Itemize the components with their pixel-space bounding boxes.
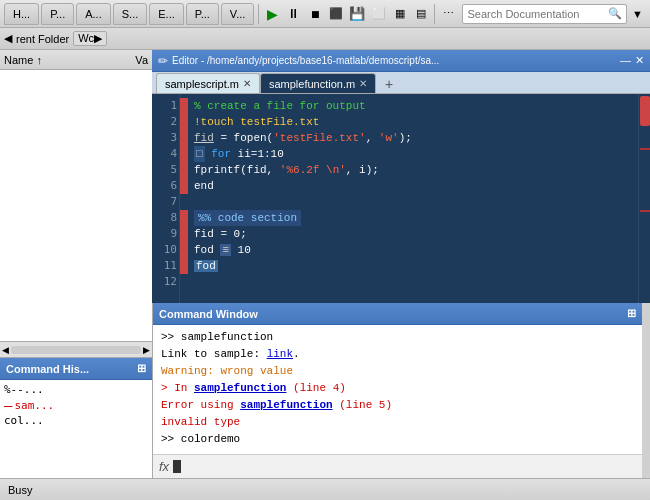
- editor-title-area: ✏ Editor - /home/andy/projects/base16-ma…: [158, 54, 439, 68]
- code-line-9: fid = 0;: [194, 226, 632, 242]
- cmd-link-dot: .: [293, 348, 300, 360]
- cmd-error-using: Error using: [161, 399, 240, 411]
- toolbar-btn-7[interactable]: ▤: [411, 3, 430, 25]
- cmd-link[interactable]: link: [267, 348, 293, 360]
- editor-scroll-marker-1: [640, 148, 650, 150]
- command-window: Command Window ⊞ >> samplefunction Link …: [152, 303, 642, 478]
- line-num-6: 6: [154, 178, 177, 194]
- toolbar-btn-6[interactable]: ▦: [390, 3, 409, 25]
- change-markers: [180, 94, 188, 303]
- scroll-left-icon[interactable]: ◀: [2, 345, 9, 355]
- code-line-7: [194, 194, 632, 210]
- status-bar: Busy: [0, 478, 650, 500]
- toolbar-separator: [258, 4, 259, 24]
- code-line-8: %% code section: [194, 210, 632, 226]
- status-text: Busy: [8, 484, 32, 496]
- cmd-line-5: invalid type: [161, 414, 634, 431]
- cmd-hist-item-text: sam...: [14, 399, 54, 412]
- line-num-9: 9: [154, 226, 177, 242]
- toolbar-tab-h[interactable]: H...: [4, 3, 39, 25]
- command-window-area: Command Window ⊞ >> samplefunction Link …: [152, 303, 650, 478]
- editor-close-icon[interactable]: ✕: [635, 54, 644, 67]
- tab-samplefunction-label: samplefunction.m: [269, 78, 355, 90]
- code-line-4: □ for ii=1:10: [194, 146, 632, 162]
- line-num-11: 11: [154, 258, 177, 274]
- toolbar-tab-a[interactable]: A...: [76, 3, 111, 25]
- cmd-line-3: > In samplefunction (line 4): [161, 380, 634, 397]
- code-line-1: % create a file for output: [194, 98, 632, 114]
- cmd-error-line4: (line 4): [286, 382, 345, 394]
- editor-scrollbar[interactable]: [638, 94, 650, 303]
- play-button[interactable]: ▶: [263, 3, 282, 25]
- toolbar-tab-p2[interactable]: P...: [186, 3, 219, 25]
- editor-body: 1 2 3 4 5 6 7 8 9 10 11 12: [152, 94, 650, 303]
- toolbar-btn-1[interactable]: ⏸: [284, 3, 303, 25]
- code-line-12: [194, 274, 632, 290]
- cmd-error-in: > In: [161, 382, 194, 394]
- line-num-4: 4: [154, 146, 177, 162]
- editor-scroll-marker-2: [640, 210, 650, 212]
- editor-tab-samplefunction[interactable]: samplefunction.m ✕: [260, 73, 376, 93]
- cmd-line-4: Error using samplefunction (line 5): [161, 397, 634, 414]
- scroll-right-icon[interactable]: ▶: [143, 345, 150, 355]
- toolbar-btn-4[interactable]: 💾: [348, 3, 367, 25]
- code-line-10: fod ≡ 10: [194, 242, 632, 258]
- tab-samplescript-label: samplescript.m: [165, 78, 239, 90]
- line-num-7: 7: [154, 194, 177, 210]
- code-line-5: fprintf(fid, '%6.2f \n', i);: [194, 162, 632, 178]
- cmd-prompt-1: >> colordemo: [161, 433, 240, 445]
- code-area[interactable]: % create a file for output !touch testFi…: [188, 94, 638, 303]
- file-list: [0, 70, 152, 341]
- cmd-error-line5: (line 5): [333, 399, 392, 411]
- code-line-2: !touch testFile.txt: [194, 114, 632, 130]
- toolbar-btn-3[interactable]: ⬛: [327, 3, 346, 25]
- editor-tabs: samplescript.m ✕ samplefunction.m ✕ +: [152, 72, 650, 94]
- toolbar-btn-5[interactable]: ⬜: [369, 3, 388, 25]
- nav-wc-label[interactable]: Wc▶: [73, 31, 107, 46]
- cmd-fn-link-2[interactable]: samplefunction: [240, 399, 332, 411]
- toolbar-btn-8[interactable]: ⋯: [439, 3, 458, 25]
- tab-add-button[interactable]: +: [380, 75, 398, 93]
- toolbar-tab-p1[interactable]: P...: [41, 3, 74, 25]
- toolbar-tab-e[interactable]: E...: [149, 3, 184, 25]
- editor-window-controls: — ✕: [620, 54, 644, 67]
- search-input[interactable]: [467, 8, 607, 20]
- line-num-8: 8: [154, 210, 177, 226]
- cmd-history-expand-icon[interactable]: ⊞: [137, 362, 146, 375]
- toolbar-btn-2[interactable]: ⏹: [306, 3, 325, 25]
- cmd-hist-item-2[interactable]: col...: [4, 413, 148, 428]
- fx-label: fx: [159, 459, 169, 474]
- col-value: Va: [135, 54, 148, 66]
- cmd-line-2: Warning: wrong value: [161, 363, 634, 380]
- editor-scroll-thumb[interactable]: [640, 96, 650, 126]
- code-line-11: fod: [194, 258, 632, 274]
- editor-tab-samplescript[interactable]: samplescript.m ✕: [156, 73, 260, 93]
- current-folder-label: rent Folder: [16, 33, 69, 45]
- file-list-header: Name ↑ Va: [0, 50, 152, 70]
- tab-samplescript-close[interactable]: ✕: [243, 78, 251, 89]
- main-area: Name ↑ Va ◀ ▶ Command His... ⊞ %--... — …: [0, 50, 650, 478]
- file-scrollbar[interactable]: ◀ ▶: [0, 341, 152, 357]
- file-browser: Name ↑ Va ◀ ▶: [0, 50, 152, 358]
- cmd-hist-item-1[interactable]: — sam...: [4, 397, 148, 413]
- cmd-error-type: invalid type: [161, 416, 240, 428]
- cmd-history-title-bar: Command His... ⊞: [0, 358, 152, 380]
- nav-arrow-left[interactable]: ◀: [4, 32, 12, 45]
- line-num-1: 1: [154, 98, 177, 114]
- cmd-fn-link-1[interactable]: samplefunction: [194, 382, 286, 394]
- cmd-line-0: >> samplefunction: [161, 329, 634, 346]
- editor-title-text: Editor - /home/andy/projects/base16-matl…: [172, 55, 439, 66]
- cmd-hist-item-0[interactable]: %--...: [4, 382, 148, 397]
- filter-button[interactable]: ▼: [629, 4, 646, 24]
- command-history-panel: Command His... ⊞ %--... — sam... col...: [0, 358, 152, 478]
- cmd-window-body[interactable]: >> samplefunction Link to sample: link. …: [153, 325, 642, 454]
- toolbar-tab-v[interactable]: V...: [221, 3, 255, 25]
- left-panels: Name ↑ Va ◀ ▶ Command His... ⊞ %--... — …: [0, 50, 152, 478]
- cmd-window-expand-icon[interactable]: ⊞: [627, 307, 636, 320]
- right-panels: ✏ Editor - /home/andy/projects/base16-ma…: [152, 50, 650, 478]
- cmd-input-row: fx: [153, 454, 642, 478]
- tab-samplefunction-close[interactable]: ✕: [359, 78, 367, 89]
- toolbar-tab-s[interactable]: S...: [113, 3, 148, 25]
- editor-minimize-icon[interactable]: —: [620, 54, 631, 67]
- error-bullet: —: [4, 398, 12, 412]
